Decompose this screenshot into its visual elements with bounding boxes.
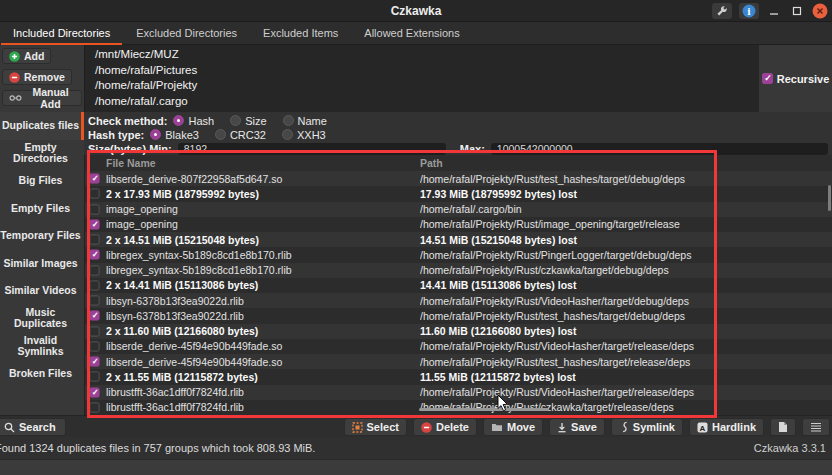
- close-button[interactable]: [812, 3, 828, 19]
- horizontal-scrollbar[interactable]: [419, 408, 549, 411]
- manual-add-icon: [9, 93, 22, 103]
- size-min-input[interactable]: 8192: [178, 143, 446, 155]
- sidebar-item-music-duplicates[interactable]: Music Duplicates: [0, 305, 84, 333]
- add-button[interactable]: Add: [2, 48, 51, 64]
- row-checkbox[interactable]: [89, 265, 99, 275]
- path-cell: 17.93 MiB (18795992 bytes) lost: [420, 188, 832, 200]
- window-controls: i: [712, 0, 828, 22]
- select-button[interactable]: Select: [344, 418, 407, 436]
- about-button[interactable]: i: [739, 3, 759, 19]
- file-name-cell: image_opening: [106, 218, 420, 230]
- manual-add-button[interactable]: Manual Add: [2, 90, 82, 106]
- file-icon-button[interactable]: [770, 418, 796, 436]
- remove-button[interactable]: Remove: [2, 69, 72, 85]
- path-cell: /home/rafal/Projekty/Rust/VideoHasher/ta…: [420, 340, 832, 352]
- app-version: Czkawka 3.3.1: [754, 442, 826, 454]
- directory-row[interactable]: /mnt/Miecz/MUZ: [85, 47, 758, 63]
- radio-hash[interactable]: Hash: [173, 115, 214, 127]
- sidebar-item-similar-images[interactable]: Similar Images: [0, 250, 84, 278]
- radio-dot-hash: [173, 115, 184, 126]
- directory-row[interactable]: /home/rafal/Projekty: [85, 78, 758, 94]
- table-row[interactable]: librustfft-36ac1dff0f7824fd.rlib/home/ra…: [85, 385, 832, 400]
- scan-options: Check method:HashSizeName Hash type:Blak…: [84, 112, 832, 155]
- list-icon-button[interactable]: [802, 418, 830, 436]
- row-checkbox[interactable]: [89, 189, 99, 199]
- sidebar-item-invalid-symlinks[interactable]: Invalid Symlinks: [0, 332, 84, 360]
- row-checkbox[interactable]: [89, 311, 99, 321]
- tab-allowed-extensions[interactable]: Allowed Extensions: [351, 22, 472, 44]
- row-checkbox[interactable]: [89, 219, 99, 229]
- radio-xxh3[interactable]: XXH3: [282, 129, 326, 141]
- radio-size[interactable]: Size: [230, 115, 266, 127]
- radio-blake3[interactable]: Blake3: [150, 129, 199, 141]
- tab-included-directories[interactable]: Included Directories: [0, 22, 123, 44]
- table-row[interactable]: libsyn-6378b13f3ea9022d.rlib/home/rafal/…: [85, 293, 832, 308]
- table-row[interactable]: 2 x 11.60 MiB (12166080 bytes)11.60 MiB …: [85, 324, 832, 339]
- table-row[interactable]: libserde_derive-807f22958af5d647.so/home…: [85, 171, 832, 186]
- radio-dot-blake3: [150, 129, 161, 140]
- save-button[interactable]: Save: [549, 418, 605, 436]
- table-row[interactable]: image_opening/home/rafal/Projekty/Rust/i…: [85, 217, 832, 232]
- row-checkbox[interactable]: [89, 402, 99, 412]
- row-checkbox[interactable]: [89, 341, 99, 351]
- sidebar-item-broken-files[interactable]: Broken Files: [0, 360, 84, 388]
- delete-button[interactable]: Delete: [413, 418, 477, 436]
- table-row[interactable]: 2 x 14.41 MiB (15113086 bytes)14.41 MiB …: [85, 278, 832, 293]
- radio-dot-name: [283, 115, 294, 126]
- tab-excluded-items[interactable]: Excluded Items: [250, 22, 351, 44]
- row-checkbox[interactable]: [89, 387, 99, 397]
- column-header-path: Path: [420, 157, 443, 169]
- directory-row[interactable]: /home/rafal/.cargo: [85, 94, 758, 110]
- sidebar-item-duplicates-files[interactable]: Duplicates files: [0, 112, 84, 140]
- row-checkbox[interactable]: [89, 280, 99, 290]
- recursive-checkbox[interactable]: [762, 73, 773, 84]
- table-row[interactable]: 2 x 14.51 MiB (15215048 bytes)14.51 MiB …: [85, 232, 832, 247]
- search-button[interactable]: Search: [0, 418, 66, 436]
- path-cell: /home/rafal/Projekty/Rust/VideoHasher/ta…: [420, 386, 832, 398]
- sidebar-item-empty-directories[interactable]: Empty Directories: [0, 140, 84, 168]
- table-row[interactable]: libsyn-6378b13f3ea9022d.rlib/home/rafal/…: [85, 308, 832, 323]
- symlink-button[interactable]: Symlink: [611, 418, 683, 436]
- row-checkbox[interactable]: [89, 326, 99, 336]
- search-label: Search: [19, 421, 56, 433]
- maximize-button[interactable]: [789, 3, 805, 19]
- row-checkbox[interactable]: [89, 250, 99, 260]
- minimize-button[interactable]: [766, 3, 782, 19]
- radio-label-crc32: CRC32: [230, 129, 266, 141]
- directory-row[interactable]: /home/rafal/Pictures: [85, 63, 758, 79]
- size-max-input[interactable]: 1000542000000: [491, 143, 828, 155]
- radio-crc32[interactable]: CRC32: [215, 129, 266, 141]
- sidebar-item-similar-videos[interactable]: Similar Videos: [0, 277, 84, 305]
- row-checkbox[interactable]: [89, 235, 99, 245]
- row-checkbox[interactable]: [89, 296, 99, 306]
- sidebar-item-big-files[interactable]: Big Files: [0, 167, 84, 195]
- included-directories-list: /mnt/Miecz/MUZ/home/rafal/Pictures/home/…: [84, 45, 758, 112]
- file-name-cell: 2 x 17.93 MiB (18795992 bytes): [106, 188, 420, 200]
- path-cell: 11.60 MiB (12166080 bytes) lost: [420, 325, 832, 337]
- table-row[interactable]: libregex_syntax-5b189c8cd1e8b170.rlib/ho…: [85, 247, 832, 262]
- sidebar-item-temporary-files[interactable]: Temporary Files: [0, 222, 84, 250]
- add-label: Add: [24, 50, 44, 62]
- tab-excluded-directories[interactable]: Excluded Directories: [123, 22, 250, 44]
- move-button[interactable]: Move: [483, 418, 543, 436]
- table-row[interactable]: libserde_derive-45f94e90b449fade.so/home…: [85, 339, 832, 354]
- sidebar-item-empty-files[interactable]: Empty Files: [0, 195, 84, 223]
- radio-label-xxh3: XXH3: [297, 129, 326, 141]
- table-row[interactable]: image_opening/home/rafal/.cargo/bin: [85, 202, 832, 217]
- path-cell: 14.51 MiB (15215048 bytes) lost: [420, 234, 832, 246]
- radio-name[interactable]: Name: [283, 115, 327, 127]
- row-checkbox[interactable]: [89, 174, 99, 184]
- table-row[interactable]: libregex_syntax-5b189c8cd1e8b170.rlib/ho…: [85, 263, 832, 278]
- row-checkbox[interactable]: [89, 204, 99, 214]
- hardlink-button[interactable]: AHardlink: [689, 418, 764, 436]
- list-icon: [810, 422, 822, 432]
- row-checkbox[interactable]: [89, 372, 99, 382]
- settings-wrench-button[interactable]: [712, 3, 732, 19]
- vertical-scrollbar[interactable]: [828, 185, 831, 211]
- table-row[interactable]: 2 x 17.93 MiB (18795992 bytes)17.93 MiB …: [85, 186, 832, 201]
- row-checkbox[interactable]: [89, 357, 99, 367]
- delete-icon: [421, 422, 432, 433]
- file-name-cell: 2 x 14.41 MiB (15113086 bytes): [106, 279, 420, 291]
- table-row[interactable]: libserde_derive-45f94e90b449fade.so/home…: [85, 354, 832, 369]
- table-row[interactable]: 2 x 11.55 MiB (12115872 bytes)11.55 MiB …: [85, 369, 832, 384]
